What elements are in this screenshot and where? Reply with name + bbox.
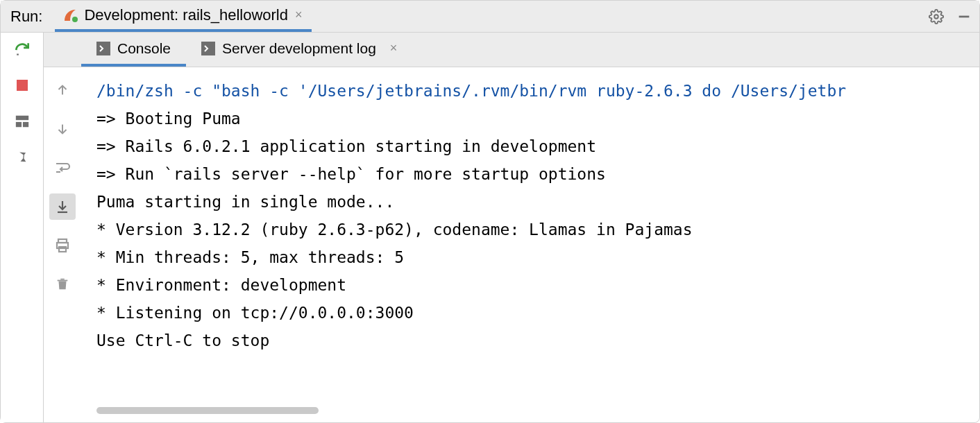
- rerun-icon[interactable]: [12, 40, 32, 59]
- scrollbar-thumb[interactable]: [96, 407, 319, 414]
- body-area: Console Server development log ×: [1, 33, 979, 422]
- run-config-title: Development: rails_helloworld: [84, 6, 287, 24]
- console-line: * Environment: development: [96, 276, 346, 294]
- rails-icon: [63, 8, 78, 23]
- layout-icon[interactable]: [12, 112, 32, 131]
- pin-icon[interactable]: [12, 148, 32, 167]
- svg-rect-5: [15, 122, 21, 127]
- settings-icon[interactable]: [927, 7, 946, 26]
- close-icon[interactable]: ×: [389, 41, 399, 55]
- console-output[interactable]: /bin/zsh -c "bash -c '/Users/jetbrains/.…: [81, 67, 979, 403]
- tab-console-label: Console: [117, 40, 171, 57]
- svg-point-0: [72, 17, 78, 22]
- close-icon[interactable]: ×: [294, 8, 304, 22]
- arrow-down-icon[interactable]: [49, 116, 76, 142]
- console-line: Puma starting in single mode...: [96, 193, 394, 211]
- console-line: * Min threads: 5, max threads: 5: [96, 248, 404, 266]
- console-toolbar: [44, 67, 81, 422]
- run-tool-window: Run: Development: rails_helloworld ×: [0, 0, 980, 423]
- panel-label: Run:: [10, 8, 42, 26]
- console-line: Use Ctrl-C to stop: [96, 331, 269, 349]
- subtabs: Console Server development log ×: [44, 33, 979, 67]
- terminal-icon: [201, 42, 215, 55]
- scroll-to-end-icon[interactable]: [49, 193, 76, 220]
- tab-console[interactable]: Console: [81, 33, 186, 67]
- svg-rect-3: [17, 80, 28, 91]
- trash-icon[interactable]: [49, 271, 76, 297]
- stop-icon[interactable]: [12, 76, 32, 95]
- left-toolbar: [1, 33, 44, 422]
- svg-rect-9: [59, 247, 66, 252]
- print-icon[interactable]: [49, 232, 76, 259]
- minimize-icon[interactable]: [954, 7, 974, 26]
- soft-wrap-icon[interactable]: [49, 155, 76, 181]
- console-line: * Version 3.12.2 (ruby 2.6.3-p62), coden…: [96, 221, 693, 239]
- console-line: => Rails 6.0.2.1 application starting in…: [96, 137, 606, 155]
- run-header: Run: Development: rails_helloworld ×: [1, 1, 979, 33]
- arrow-up-icon[interactable]: [49, 77, 76, 103]
- run-config-tab[interactable]: Development: rails_helloworld ×: [55, 1, 312, 32]
- svg-rect-6: [22, 122, 28, 127]
- console-command: /bin/zsh -c "bash -c '/Users/jetbrains/.…: [96, 82, 846, 100]
- console-area: /bin/zsh -c "bash -c '/Users/jetbrains/.…: [81, 67, 979, 422]
- console-line: * Listening on tcp://0.0.0.0:3000: [96, 304, 414, 322]
- console-line: => Booting Puma: [96, 110, 241, 128]
- svg-rect-4: [15, 116, 28, 120]
- tab-server-log[interactable]: Server development log ×: [186, 33, 414, 67]
- terminal-icon: [96, 42, 110, 55]
- horizontal-scrollbar[interactable]: [96, 407, 971, 417]
- tab-server-log-label: Server development log: [222, 40, 376, 57]
- svg-point-1: [934, 15, 938, 19]
- console-line: => Run `rails server --help` for more st…: [96, 165, 606, 183]
